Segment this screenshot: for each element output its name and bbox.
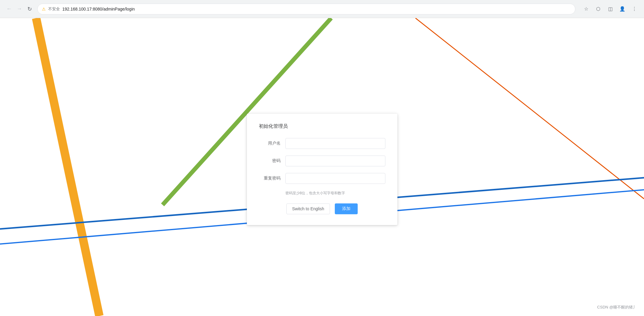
password-input[interactable] bbox=[285, 155, 385, 166]
extension-icon[interactable]: ⬡ bbox=[593, 4, 603, 14]
forward-icon: → bbox=[17, 6, 22, 12]
url-text: 192.168.100.17:8080/adminPage/login bbox=[62, 7, 135, 11]
username-label: 用户名 bbox=[259, 141, 281, 146]
not-secure-label: 不安全 bbox=[48, 6, 60, 12]
login-card: 初始化管理员 用户名 密码 重复密码 密码至少8位，包含大小写字母和数字 Swi… bbox=[247, 114, 397, 225]
bookmark-icon[interactable]: ☆ bbox=[581, 4, 591, 14]
browser-toolbar-icons: ☆ ⬡ ◫ 👤 ⋮ bbox=[581, 4, 639, 14]
username-row: 用户名 bbox=[259, 138, 385, 149]
back-button[interactable]: ← bbox=[5, 5, 13, 13]
confirm-password-input[interactable] bbox=[285, 173, 385, 184]
menu-icon[interactable]: ⋮ bbox=[630, 4, 639, 14]
warning-icon: ⚠ bbox=[42, 7, 46, 11]
watermark: CSDN @睡不醒的猪丿 bbox=[597, 305, 637, 310]
card-title: 初始化管理员 bbox=[259, 123, 385, 130]
svg-line-1 bbox=[415, 18, 644, 199]
refresh-icon: ↻ bbox=[27, 6, 32, 12]
nav-buttons: ← → ↻ bbox=[5, 5, 34, 13]
refresh-button[interactable]: ↻ bbox=[25, 5, 34, 13]
address-bar[interactable]: ⚠ 不安全 192.168.100.17:8080/adminPage/logi… bbox=[37, 4, 575, 14]
password-hint: 密码至少8位，包含大小写字母和数字 bbox=[285, 190, 345, 196]
profile-icon[interactable]: 👤 bbox=[618, 4, 627, 14]
confirm-password-row: 重复密码 bbox=[259, 173, 385, 184]
switch-language-button[interactable]: Switch to English bbox=[286, 203, 330, 214]
forward-button[interactable]: → bbox=[15, 5, 23, 13]
username-input[interactable] bbox=[285, 138, 385, 149]
browser-chrome: ← → ↻ ⚠ 不安全 192.168.100.17:8080/adminPag… bbox=[0, 0, 644, 18]
hint-row: 密码至少8位，包含大小写字母和数字 bbox=[259, 190, 385, 196]
add-button[interactable]: 添加 bbox=[335, 203, 358, 214]
extension2-icon[interactable]: ◫ bbox=[605, 4, 615, 14]
confirm-password-label: 重复密码 bbox=[259, 176, 281, 181]
back-icon: ← bbox=[6, 6, 12, 12]
svg-line-0 bbox=[36, 18, 99, 316]
page-area: 初始化管理员 用户名 密码 重复密码 密码至少8位，包含大小写字母和数字 Swi… bbox=[0, 18, 644, 316]
password-row: 密码 bbox=[259, 155, 385, 166]
password-label: 密码 bbox=[259, 158, 281, 164]
button-row: Switch to English 添加 bbox=[259, 203, 385, 214]
